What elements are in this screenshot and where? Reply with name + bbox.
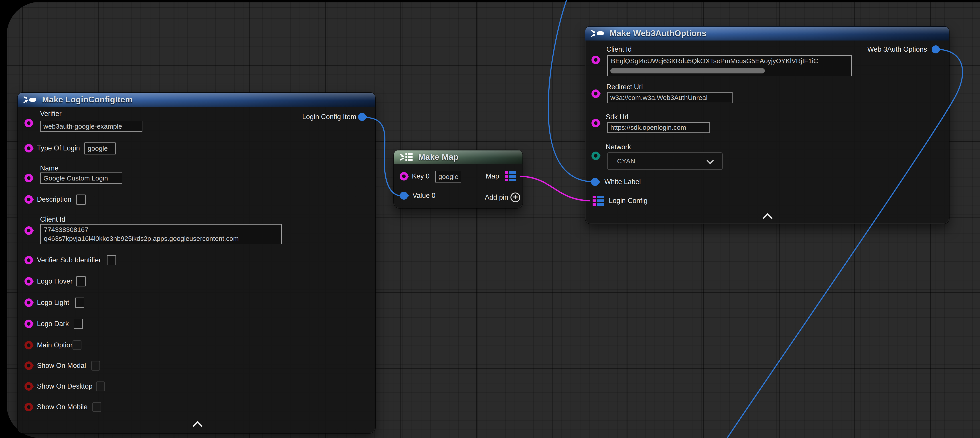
node-header-make-map[interactable]: Make Map: [394, 150, 522, 164]
logo-light-label: Logo Light: [37, 298, 69, 307]
redirect-url-input[interactable]: [607, 92, 733, 103]
main-option-checkbox[interactable]: [73, 340, 81, 350]
network-label: Network: [606, 143, 631, 151]
node-header-make-web3authoptions[interactable]: Make Web3AuthOptions: [585, 26, 949, 40]
redirect-url-pin[interactable]: [592, 89, 600, 98]
add-pin-plus-icon[interactable]: [511, 193, 520, 202]
client-id-label: Client Id: [606, 45, 632, 54]
logo-hover-pin[interactable]: [24, 277, 33, 285]
network-dropdown[interactable]: CYAN: [607, 152, 723, 170]
description-pin[interactable]: [24, 195, 33, 204]
node-make-web3authoptions: Make Web3AuthOptions Client Id BEglQSgt4…: [585, 26, 949, 224]
client-id-pin[interactable]: [24, 226, 33, 235]
show-on-modal-label: Show On Modal: [37, 362, 86, 370]
type-of-login-pin[interactable]: [24, 144, 33, 153]
show-on-desktop-checkbox[interactable]: [96, 381, 105, 391]
client-id-label: Client Id: [40, 215, 65, 224]
node-make-loginconfigitem: Make LoginConfigItem Verifier Login Conf…: [18, 92, 375, 433]
logo-hover-label: Logo Hover: [37, 277, 73, 285]
name-pin[interactable]: [24, 174, 33, 182]
collapse-pins-chevron-icon[interactable]: [192, 421, 202, 431]
node-make-map: Make Map Key 0 Map Value 0 Add pin: [394, 150, 522, 208]
node-title: Make Map: [418, 153, 459, 162]
map-output-label: Map: [486, 172, 499, 180]
login-config-item-output-label: Login Config Item: [302, 113, 356, 121]
key0-input[interactable]: [435, 171, 461, 183]
show-on-desktop-pin[interactable]: [24, 382, 33, 390]
verifier-sub-identifier-pin[interactable]: [24, 256, 33, 264]
node-title: Make Web3AuthOptions: [610, 29, 706, 38]
sdk-url-pin[interactable]: [592, 119, 600, 127]
logo-hover-input[interactable]: [76, 276, 86, 287]
type-of-login-input[interactable]: [84, 142, 116, 154]
key0-pin[interactable]: [400, 172, 408, 180]
client-id-input[interactable]: 774338308167- q463s7kpvja16l4l0kko3nb925…: [40, 224, 282, 244]
login-config-label: Login Config: [609, 196, 648, 205]
login-config-item-output-pin[interactable]: [358, 113, 366, 121]
description-input[interactable]: [76, 194, 86, 205]
make-struct-icon: [23, 95, 37, 105]
show-on-mobile-label: Show On Mobile: [37, 403, 88, 411]
sdk-url-label: Sdk Url: [606, 113, 628, 121]
network-pin[interactable]: [592, 151, 600, 160]
collapse-pins-chevron-icon[interactable]: [763, 213, 773, 223]
client-id-horizontal-scrollbar[interactable]: [610, 68, 765, 73]
logo-dark-input[interactable]: [74, 319, 83, 329]
network-selected-value: CYAN: [617, 158, 635, 165]
client-id-input[interactable]: BEglQSgt4cUWcj6SKRdu5QkOXTsePmMcusG5EAoy…: [607, 55, 852, 76]
logo-dark-pin[interactable]: [24, 320, 33, 328]
redirect-url-label: Redirect Url: [606, 83, 643, 91]
show-on-mobile-checkbox[interactable]: [92, 402, 101, 412]
white-label-label: White Label: [605, 178, 641, 186]
key0-label: Key 0: [412, 172, 430, 180]
name-input[interactable]: [40, 172, 123, 184]
login-config-pin[interactable]: [593, 196, 604, 206]
add-pin-label: Add pin: [485, 193, 508, 202]
web3auth-options-output-label: Web 3Auth Options: [867, 45, 927, 54]
verifier-sub-identifier-label: Verifier Sub Identifier: [37, 256, 101, 264]
client-id-line2: q463s7kpvja16l4l0kko3nb925ikds2p.apps.go…: [44, 234, 239, 243]
logo-light-pin[interactable]: [24, 298, 33, 307]
client-id-value: BEglQSgt4cUWcj6SKRdu5QkOXTsePmMcusG5EAoy…: [611, 57, 818, 65]
dropdown-chevron-icon: [706, 157, 714, 164]
value0-label: Value 0: [412, 191, 436, 200]
make-map-icon: [400, 152, 413, 162]
type-of-login-label: Type Of Login: [37, 144, 80, 153]
name-label: Name: [40, 164, 59, 172]
verifier-pin[interactable]: [24, 119, 33, 127]
show-on-modal-checkbox[interactable]: [91, 361, 100, 371]
verifier-label: Verifier: [40, 110, 61, 118]
client-id-pin[interactable]: [592, 56, 600, 64]
show-on-desktop-label: Show On Desktop: [37, 382, 92, 390]
sdk-url-input[interactable]: [607, 122, 710, 133]
map-output-pin[interactable]: [505, 171, 516, 182]
make-struct-icon: [591, 29, 605, 38]
node-title: Make LoginConfigItem: [42, 95, 133, 104]
blueprint-graph-canvas[interactable]: Make LoginConfigItem Verifier Login Conf…: [7, 2, 980, 438]
main-option-pin[interactable]: [24, 341, 33, 349]
client-id-line1: 774338308167-: [44, 225, 91, 234]
logo-dark-label: Logo Dark: [37, 320, 69, 328]
logo-light-input[interactable]: [75, 298, 84, 308]
verifier-sub-identifier-input[interactable]: [107, 255, 116, 265]
show-on-modal-pin[interactable]: [24, 362, 33, 370]
description-label: Description: [37, 195, 72, 204]
node-header-make-loginconfigitem[interactable]: Make LoginConfigItem: [18, 92, 375, 107]
show-on-mobile-pin[interactable]: [24, 403, 33, 411]
main-option-label: Main Option: [37, 341, 74, 349]
verifier-input[interactable]: [40, 121, 142, 132]
